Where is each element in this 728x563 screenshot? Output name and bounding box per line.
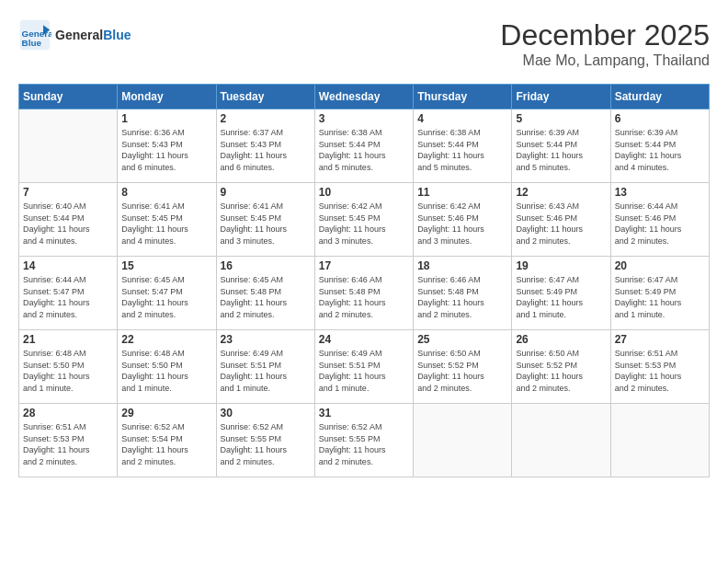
day-info: Sunrise: 6:46 AM Sunset: 5:48 PM Dayligh… xyxy=(319,274,409,320)
day-number: 16 xyxy=(221,259,311,272)
week-row-1: 7Sunrise: 6:40 AM Sunset: 5:44 PM Daylig… xyxy=(19,183,710,257)
day-info: Sunrise: 6:52 AM Sunset: 5:55 PM Dayligh… xyxy=(319,421,409,467)
calendar-cell xyxy=(610,404,709,477)
week-row-0: 1Sunrise: 6:36 AM Sunset: 5:43 PM Daylig… xyxy=(19,109,710,183)
day-header-sunday: Sunday xyxy=(19,85,118,109)
calendar-cell: 26Sunrise: 6:50 AM Sunset: 5:52 PM Dayli… xyxy=(512,330,610,404)
day-info: Sunrise: 6:49 AM Sunset: 5:51 PM Dayligh… xyxy=(319,348,409,394)
day-number: 26 xyxy=(516,333,606,346)
day-number: 6 xyxy=(615,112,705,125)
day-number: 29 xyxy=(121,407,211,419)
week-row-2: 14Sunrise: 6:44 AM Sunset: 5:47 PM Dayli… xyxy=(19,257,710,330)
calendar-cell: 16Sunrise: 6:45 AM Sunset: 5:48 PM Dayli… xyxy=(216,257,314,330)
calendar-cell: 27Sunrise: 6:51 AM Sunset: 5:53 PM Dayli… xyxy=(610,330,709,404)
calendar-cell: 23Sunrise: 6:49 AM Sunset: 5:51 PM Dayli… xyxy=(216,330,314,404)
calendar-cell: 14Sunrise: 6:44 AM Sunset: 5:47 PM Dayli… xyxy=(19,257,118,330)
day-number: 20 xyxy=(615,259,705,272)
calendar-cell: 4Sunrise: 6:38 AM Sunset: 5:44 PM Daylig… xyxy=(414,109,512,183)
calendar-cell: 11Sunrise: 6:42 AM Sunset: 5:46 PM Dayli… xyxy=(414,183,512,257)
calendar-cell: 5Sunrise: 6:39 AM Sunset: 5:44 PM Daylig… xyxy=(512,109,610,183)
header-row: SundayMondayTuesdayWednesdayThursdayFrid… xyxy=(19,85,710,109)
day-number: 27 xyxy=(615,333,705,346)
day-number: 28 xyxy=(23,407,113,419)
calendar-cell xyxy=(512,404,610,477)
day-info: Sunrise: 6:45 AM Sunset: 5:47 PM Dayligh… xyxy=(121,274,211,320)
day-info: Sunrise: 6:49 AM Sunset: 5:51 PM Dayligh… xyxy=(221,348,311,394)
day-info: Sunrise: 6:46 AM Sunset: 5:48 PM Dayligh… xyxy=(417,274,507,320)
month-title: December 2025 xyxy=(500,18,710,52)
day-number: 14 xyxy=(23,259,113,272)
day-info: Sunrise: 6:50 AM Sunset: 5:52 PM Dayligh… xyxy=(417,348,507,394)
day-number: 25 xyxy=(417,333,507,346)
day-info: Sunrise: 6:52 AM Sunset: 5:55 PM Dayligh… xyxy=(221,421,311,467)
calendar-cell: 29Sunrise: 6:52 AM Sunset: 5:54 PM Dayli… xyxy=(118,404,216,477)
calendar-cell: 12Sunrise: 6:43 AM Sunset: 5:46 PM Dayli… xyxy=(512,183,610,257)
calendar-cell: 20Sunrise: 6:47 AM Sunset: 5:49 PM Dayli… xyxy=(610,257,709,330)
day-header-saturday: Saturday xyxy=(610,85,709,109)
day-info: Sunrise: 6:36 AM Sunset: 5:43 PM Dayligh… xyxy=(121,127,211,173)
calendar-cell: 10Sunrise: 6:42 AM Sunset: 5:45 PM Dayli… xyxy=(314,183,413,257)
day-number: 3 xyxy=(319,112,409,125)
day-info: Sunrise: 6:48 AM Sunset: 5:50 PM Dayligh… xyxy=(23,348,113,394)
day-info: Sunrise: 6:40 AM Sunset: 5:44 PM Dayligh… xyxy=(23,201,113,247)
day-header-tuesday: Tuesday xyxy=(216,85,314,109)
day-info: Sunrise: 6:52 AM Sunset: 5:54 PM Dayligh… xyxy=(121,421,211,467)
day-info: Sunrise: 6:38 AM Sunset: 5:44 PM Dayligh… xyxy=(319,127,409,173)
calendar-cell: 3Sunrise: 6:38 AM Sunset: 5:44 PM Daylig… xyxy=(314,109,413,183)
day-number: 21 xyxy=(23,333,113,346)
location: Mae Mo, Lampang, Thailand xyxy=(500,52,710,69)
day-number: 22 xyxy=(121,333,211,346)
calendar-cell xyxy=(414,404,512,477)
calendar-cell: 1Sunrise: 6:36 AM Sunset: 5:43 PM Daylig… xyxy=(118,109,216,183)
calendar-cell xyxy=(19,109,118,183)
day-info: Sunrise: 6:38 AM Sunset: 5:44 PM Dayligh… xyxy=(417,127,507,173)
day-number: 24 xyxy=(319,333,409,346)
day-info: Sunrise: 6:50 AM Sunset: 5:52 PM Dayligh… xyxy=(516,348,606,394)
day-info: Sunrise: 6:39 AM Sunset: 5:44 PM Dayligh… xyxy=(615,127,705,173)
week-row-4: 28Sunrise: 6:51 AM Sunset: 5:53 PM Dayli… xyxy=(19,404,710,477)
day-info: Sunrise: 6:37 AM Sunset: 5:43 PM Dayligh… xyxy=(221,127,311,173)
calendar-cell: 2Sunrise: 6:37 AM Sunset: 5:43 PM Daylig… xyxy=(216,109,314,183)
day-number: 5 xyxy=(516,112,606,125)
week-row-3: 21Sunrise: 6:48 AM Sunset: 5:50 PM Dayli… xyxy=(19,330,710,404)
page-header: General Blue GeneralBlue December 2025 M… xyxy=(18,18,710,69)
day-number: 8 xyxy=(121,186,211,199)
day-info: Sunrise: 6:41 AM Sunset: 5:45 PM Dayligh… xyxy=(121,201,211,247)
day-number: 7 xyxy=(23,186,113,199)
day-number: 1 xyxy=(121,112,211,125)
calendar-cell: 18Sunrise: 6:46 AM Sunset: 5:48 PM Dayli… xyxy=(414,257,512,330)
day-number: 2 xyxy=(221,112,311,125)
day-header-wednesday: Wednesday xyxy=(314,85,413,109)
day-info: Sunrise: 6:41 AM Sunset: 5:45 PM Dayligh… xyxy=(221,201,311,247)
day-number: 30 xyxy=(221,407,311,419)
calendar-cell: 8Sunrise: 6:41 AM Sunset: 5:45 PM Daylig… xyxy=(118,183,216,257)
day-number: 31 xyxy=(319,407,409,419)
calendar-cell: 30Sunrise: 6:52 AM Sunset: 5:55 PM Dayli… xyxy=(216,404,314,477)
calendar-cell: 22Sunrise: 6:48 AM Sunset: 5:50 PM Dayli… xyxy=(118,330,216,404)
calendar-cell: 21Sunrise: 6:48 AM Sunset: 5:50 PM Dayli… xyxy=(19,330,118,404)
logo-icon: General Blue xyxy=(18,18,51,52)
day-info: Sunrise: 6:43 AM Sunset: 5:46 PM Dayligh… xyxy=(516,201,606,247)
day-number: 12 xyxy=(516,186,606,199)
calendar-cell: 19Sunrise: 6:47 AM Sunset: 5:49 PM Dayli… xyxy=(512,257,610,330)
calendar-cell: 6Sunrise: 6:39 AM Sunset: 5:44 PM Daylig… xyxy=(610,109,709,183)
calendar-cell: 25Sunrise: 6:50 AM Sunset: 5:52 PM Dayli… xyxy=(414,330,512,404)
day-number: 23 xyxy=(221,333,311,346)
day-info: Sunrise: 6:51 AM Sunset: 5:53 PM Dayligh… xyxy=(23,421,113,467)
day-info: Sunrise: 6:44 AM Sunset: 5:47 PM Dayligh… xyxy=(23,274,113,320)
calendar-cell: 24Sunrise: 6:49 AM Sunset: 5:51 PM Dayli… xyxy=(314,330,413,404)
day-info: Sunrise: 6:47 AM Sunset: 5:49 PM Dayligh… xyxy=(516,274,606,320)
day-info: Sunrise: 6:44 AM Sunset: 5:46 PM Dayligh… xyxy=(615,201,705,247)
title-block: December 2025 Mae Mo, Lampang, Thailand xyxy=(500,18,710,69)
calendar-cell: 15Sunrise: 6:45 AM Sunset: 5:47 PM Dayli… xyxy=(118,257,216,330)
day-number: 13 xyxy=(615,186,705,199)
day-header-thursday: Thursday xyxy=(414,85,512,109)
logo-text: GeneralBlue xyxy=(55,28,131,42)
calendar-cell: 13Sunrise: 6:44 AM Sunset: 5:46 PM Dayli… xyxy=(610,183,709,257)
day-number: 18 xyxy=(417,259,507,272)
day-number: 9 xyxy=(221,186,311,199)
day-info: Sunrise: 6:39 AM Sunset: 5:44 PM Dayligh… xyxy=(516,127,606,173)
calendar-cell: 31Sunrise: 6:52 AM Sunset: 5:55 PM Dayli… xyxy=(314,404,413,477)
day-header-monday: Monday xyxy=(118,85,216,109)
day-info: Sunrise: 6:45 AM Sunset: 5:48 PM Dayligh… xyxy=(221,274,311,320)
